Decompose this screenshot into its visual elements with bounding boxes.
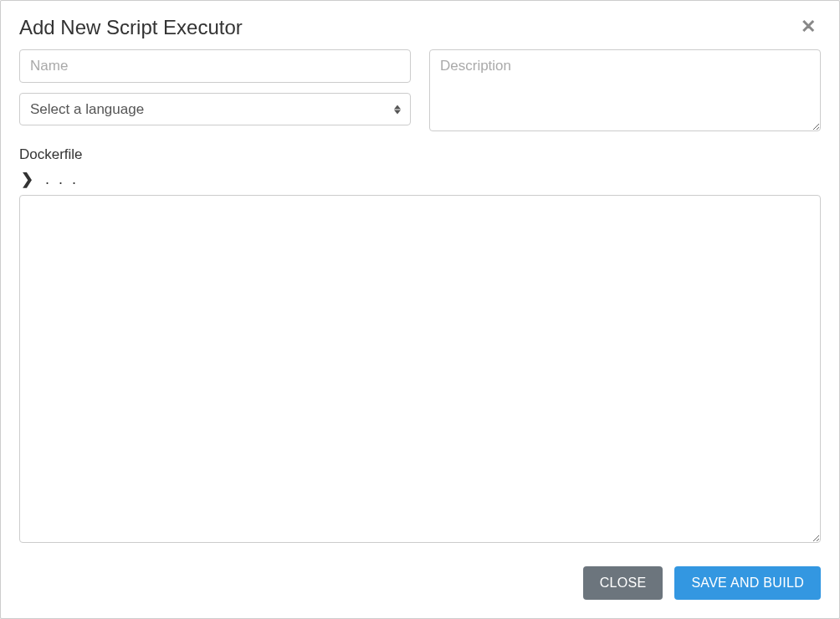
dockerfile-label: Dockerfile bbox=[19, 146, 821, 163]
dockerfile-textarea[interactable] bbox=[19, 195, 821, 543]
folded-indicator: . . . bbox=[45, 171, 79, 187]
description-textarea[interactable] bbox=[429, 49, 821, 131]
language-select[interactable]: Select a language bbox=[19, 93, 411, 125]
dockerfile-expand-row: ❯ . . . bbox=[19, 168, 821, 195]
form-right-column bbox=[429, 49, 821, 135]
chevron-right-icon[interactable]: ❯ bbox=[21, 171, 33, 187]
form-top-row: Select a language bbox=[19, 49, 821, 135]
modal-header: Add New Script Executor ✕ bbox=[1, 1, 839, 49]
language-select-wrapper: Select a language bbox=[19, 93, 411, 125]
modal-body: Select a language Dockerfile ❯ . . . bbox=[1, 49, 839, 551]
dockerfile-section: Dockerfile ❯ . . . bbox=[19, 146, 821, 543]
form-left-column: Select a language bbox=[19, 49, 411, 135]
name-input[interactable] bbox=[19, 49, 411, 83]
close-icon[interactable]: ✕ bbox=[796, 16, 821, 38]
modal-footer: CLOSE SAVE AND BUILD bbox=[1, 551, 839, 618]
modal-title: Add New Script Executor bbox=[19, 16, 243, 39]
add-script-executor-modal: Add New Script Executor ✕ Select a langu… bbox=[0, 0, 840, 619]
close-button[interactable]: CLOSE bbox=[583, 566, 663, 600]
save-and-build-button[interactable]: SAVE AND BUILD bbox=[674, 566, 821, 600]
